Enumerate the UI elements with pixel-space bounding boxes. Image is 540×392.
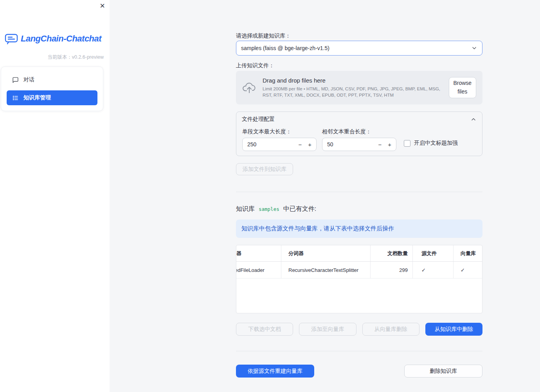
column-header-loader: 文档加载器 <box>236 245 281 261</box>
download-selected-docs-button[interactable]: 下载选中文档 <box>236 323 293 336</box>
overlap-size-label: 相邻文本重合长度： <box>322 128 371 135</box>
app-logo: LangChain-Chatchat <box>5 33 101 45</box>
config-expander: 文件处理配置 单段文本最大长度： 相邻文本重合长度： 250 − + 50 − … <box>236 111 482 156</box>
sidebar-item-dialogue[interactable]: 对话 <box>7 72 97 87</box>
sidebar: × LangChain-Chatchat 当前版本：v0.2.6-preview… <box>0 0 110 392</box>
cell-vector-store-check: ✓ <box>454 262 482 278</box>
sidebar-item-knowledge-base[interactable]: 知识库管理 <box>7 90 97 105</box>
overlap-size-decrement-button[interactable]: − <box>378 142 382 147</box>
column-header-doc-count: 文档数量 <box>371 245 413 261</box>
info-banner: 知识库中包含源文件与向量库，请从下表中选择文件后操作 <box>236 219 482 238</box>
overlap-size-input[interactable]: 50 − + <box>322 138 396 151</box>
cell-source-file-check: ✓ <box>413 262 454 278</box>
divider <box>236 351 482 351</box>
table-row[interactable]: UnstructuredFileLoader RecursiveCharacte… <box>236 262 482 279</box>
zh-title-checkbox-label: 开启中文标题加强 <box>414 140 458 147</box>
existing-files-heading: 知识库 samples 中已有文件: <box>236 205 482 213</box>
sidebar-item-label: 知识库管理 <box>23 94 51 101</box>
footer-actions: 依据源文件重建向量库 删除知识库 <box>236 365 482 378</box>
config-expander-header[interactable]: 文件处理配置 <box>236 112 482 123</box>
divider <box>236 192 482 192</box>
chunk-size-label: 单段文本最大长度： <box>242 128 292 135</box>
delete-from-kb-button[interactable]: 从知识库中删除 <box>425 323 482 336</box>
chevron-down-icon <box>471 45 477 51</box>
delete-kb-button[interactable]: 删除知识库 <box>404 365 482 378</box>
cell-loader: UnstructuredFileLoader <box>236 262 281 278</box>
files-table: 文档加载器 分词器 文档数量 源文件 向量库 UnstructuredFileL… <box>236 245 482 313</box>
kb-selectbox-value: samples (faiss @ bge-large-zh-v1.5) <box>241 45 329 51</box>
sidebar-item-label: 对话 <box>23 76 34 83</box>
heading-suffix: 中已有文件: <box>283 205 316 213</box>
column-header-splitter: 分词器 <box>281 245 371 261</box>
info-banner-text: 知识库中包含源文件与向量库，请从下表中选择文件后操作 <box>241 225 394 232</box>
cell-splitter: RecursiveCharacterTextSplitter <box>281 262 371 278</box>
kb-selectbox[interactable]: samples (faiss @ bge-large-zh-v1.5) <box>236 41 482 56</box>
dropzone-text: Drag and drop files here Limit 200MB per… <box>263 77 443 98</box>
sidebar-menu: 对话 知识库管理 <box>1 67 103 111</box>
chat-logo-icon <box>5 33 18 45</box>
delete-from-vector-store-button[interactable]: 从向量库删除 <box>362 323 419 336</box>
chunk-size-value: 250 <box>247 141 256 147</box>
column-header-vector-store: 向量库 <box>454 245 482 261</box>
app-title: LangChain-Chatchat <box>21 34 101 44</box>
row-actions: 下载选中文档 添加至向量库 从向量库删除 从知识库中删除 <box>236 323 482 336</box>
cell-doc-count: 299 <box>371 262 413 278</box>
chevron-up-icon <box>470 116 477 122</box>
rebuild-vector-store-button[interactable]: 依据源文件重建向量库 <box>236 365 314 378</box>
heading-prefix: 知识库 <box>236 205 255 213</box>
column-header-source-file: 源文件 <box>413 245 454 261</box>
overlap-size-increment-button[interactable]: + <box>388 142 391 147</box>
kb-name-code: samples <box>258 206 280 212</box>
browse-files-button[interactable]: Browse files <box>449 77 476 98</box>
knowledge-base-icon <box>12 95 19 101</box>
chunk-size-increment-button[interactable]: + <box>308 142 311 147</box>
kb-select-label: 请选择或新建知识库： <box>236 32 482 40</box>
chunk-size-input[interactable]: 250 − + <box>242 138 317 151</box>
upload-files-label: 上传知识文件： <box>236 62 482 69</box>
dropzone-limit-text: Limit 200MB per file • HTML, MD, JSON, C… <box>263 86 443 98</box>
chunk-size-decrement-button[interactable]: − <box>298 142 302 147</box>
cloud-upload-icon <box>242 82 256 94</box>
checkbox-box <box>404 140 410 147</box>
add-files-to-kb-button[interactable]: 添加文件到知识库 <box>236 163 293 175</box>
chat-bubble-icon <box>12 77 19 83</box>
file-dropzone[interactable]: Drag and drop files here Limit 200MB per… <box>236 71 482 104</box>
add-to-vector-store-button[interactable]: 添加至向量库 <box>299 323 356 336</box>
dropzone-title: Drag and drop files here <box>263 77 443 84</box>
version-label: 当前版本：v0.2.6-preview <box>0 54 104 61</box>
close-sidebar-icon[interactable]: × <box>100 2 105 10</box>
config-expander-title: 文件处理配置 <box>242 116 275 123</box>
table-header-row: 文档加载器 分词器 文档数量 源文件 向量库 <box>236 245 482 262</box>
zh-title-checkbox[interactable]: 开启中文标题加强 <box>404 140 458 147</box>
overlap-size-value: 50 <box>327 141 333 147</box>
